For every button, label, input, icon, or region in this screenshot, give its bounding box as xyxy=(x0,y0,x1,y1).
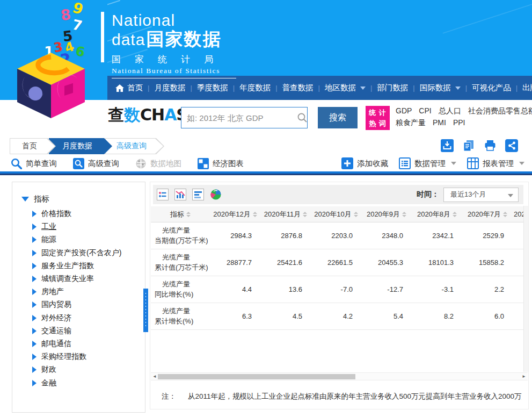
table-view-button[interactable] xyxy=(157,189,169,200)
value-cell: 4.4 xyxy=(210,276,260,303)
tree-item[interactable]: 国内贸易 xyxy=(12,298,145,311)
column-header[interactable]: 2020年10月 xyxy=(311,206,361,222)
indicator-cell: 光缆产量当期值(万芯千米) xyxy=(151,222,210,249)
plus-box-icon xyxy=(341,157,353,169)
toolbar-item-4[interactable]: 经济图表 xyxy=(198,158,244,169)
value-cell: 2984.3 xyxy=(210,222,260,249)
nav-item-8[interactable]: 国际数据 xyxy=(420,83,461,93)
tree-item[interactable]: 服务业生产指数 xyxy=(12,260,145,272)
tree-item[interactable]: 价格指数 xyxy=(12,207,145,220)
tree-item[interactable]: 财政 xyxy=(12,363,145,376)
column-header[interactable]: 2020年8月 xyxy=(412,206,462,222)
time-label: 时间： xyxy=(417,190,439,199)
hot-word-link[interactable]: CPI xyxy=(419,105,431,117)
scroll-left-icon[interactable]: ◄ xyxy=(152,373,157,380)
nav-item-7[interactable]: 部门数据 xyxy=(377,83,408,93)
breadcrumb: 首页月度数据高级查询 xyxy=(10,138,164,154)
logo-number: 9 xyxy=(71,0,85,18)
magnifier-icon xyxy=(11,158,22,169)
indicator-name-line2: 同比增长(%) xyxy=(155,290,193,299)
scroll-right-icon[interactable]: ► xyxy=(522,373,526,380)
chevron-down-icon xyxy=(455,87,461,90)
search-button[interactable]: 搜索 xyxy=(318,107,358,128)
share-button[interactable] xyxy=(505,139,518,152)
hot-word-link[interactable]: GDP xyxy=(396,105,412,117)
section-divider xyxy=(0,171,532,175)
nav-item-2[interactable]: 月度数据 xyxy=(154,83,185,93)
tree-item[interactable]: 工业 xyxy=(12,220,145,233)
column-header[interactable]: 2020年7月 xyxy=(462,206,513,222)
tab-label: 月度数据 xyxy=(49,138,112,154)
tree-item[interactable]: 房地产 xyxy=(12,285,145,298)
tree-item[interactable]: 采购经理指数 xyxy=(12,350,145,363)
tree-item[interactable]: 交通运输 xyxy=(12,325,145,337)
tree-item[interactable]: 邮电通信 xyxy=(12,337,145,350)
tree-item[interactable]: 城镇调查失业率 xyxy=(12,272,145,285)
hot-words: GDPCPI总人口社会消费品零售总额 粮食产量PMIPPI xyxy=(396,105,528,128)
vertical-scrollbar[interactable] xyxy=(523,206,528,372)
table-row: 光缆产量累计值(万芯千米)28877.725421.622661.520455.… xyxy=(151,249,524,276)
table-toolbar: 时间： 最近13个月 xyxy=(153,185,523,204)
chevron-right-icon xyxy=(32,341,37,347)
breadcrumb-tab-2[interactable]: 月度数据 xyxy=(49,138,112,154)
tree-item-label: 对外经济 xyxy=(41,313,71,323)
tree-item[interactable]: 对外经济 xyxy=(12,312,145,325)
brand-title-en2: data xyxy=(112,30,145,50)
hot-word-link[interactable]: 粮食产量 xyxy=(396,117,426,128)
hot-word-link[interactable]: PPI xyxy=(453,117,465,128)
hot-word-link[interactable]: 总人口 xyxy=(439,105,461,117)
nav-item-3[interactable]: 季度数据 xyxy=(197,83,228,93)
logo-number: 8 xyxy=(60,6,72,24)
toolbar-action-1[interactable]: 添加收藏 xyxy=(341,157,388,169)
hot-word-link[interactable]: PMI xyxy=(433,117,446,128)
value-cell-clipped xyxy=(513,249,524,276)
nav-item-10[interactable]: 出版物 xyxy=(522,83,532,93)
line-chart-view-button[interactable] xyxy=(174,189,186,200)
breadcrumb-row: 首页月度数据高级查询 xyxy=(0,137,532,155)
bar-chart-view-button[interactable] xyxy=(192,189,204,200)
toolbar-action-2[interactable]: 数据管理 xyxy=(399,157,456,169)
print-button[interactable] xyxy=(484,139,497,152)
tree-root-indicator[interactable]: 指标 xyxy=(12,182,145,207)
nav-item-5[interactable]: 普查数据 xyxy=(282,83,314,93)
nav-separator: | xyxy=(275,84,277,92)
chevron-right-icon xyxy=(32,224,37,230)
banner-streak xyxy=(443,0,532,34)
column-header[interactable]: 2020年9月 xyxy=(361,206,412,222)
column-header[interactable]: 2020年11月 xyxy=(260,206,311,222)
toolbar-action-3[interactable]: 报表管理 xyxy=(467,157,524,169)
chevron-right-icon xyxy=(32,276,37,282)
panel-splitter[interactable] xyxy=(143,289,148,332)
tab-label: 首页 xyxy=(10,138,56,154)
tree-item[interactable]: 能源 xyxy=(12,233,145,246)
breadcrumb-tab-1[interactable]: 首页 xyxy=(10,138,56,154)
value-cell: 2529.9 xyxy=(462,222,513,249)
nav-item-4[interactable]: 年度数据 xyxy=(239,83,271,93)
nav-item-6[interactable]: 地区数据 xyxy=(325,83,366,93)
toolbar-item-1[interactable]: 简单查询 xyxy=(11,158,57,169)
toolbar-item-label: 经济图表 xyxy=(213,159,244,169)
download-button[interactable] xyxy=(441,139,454,152)
toolbar-item-3[interactable]: 数据地图 xyxy=(135,158,181,169)
tree-item[interactable]: 固定资产投资(不含农户) xyxy=(12,247,145,260)
nav-item-9[interactable]: 可视化产品 xyxy=(472,83,511,93)
column-header[interactable]: 2020年12月 xyxy=(210,206,260,222)
copy-button[interactable] xyxy=(462,139,475,152)
value-cell-clipped xyxy=(513,303,524,329)
tree-item[interactable]: 金融 xyxy=(12,376,145,389)
nav-item-1[interactable]: 首页 xyxy=(115,83,143,93)
pie-chart-view-button[interactable] xyxy=(210,189,222,200)
indicator-cell: 光缆产量同比增长(%) xyxy=(151,276,210,303)
value-cell: 5.4 xyxy=(361,303,412,329)
column-header[interactable]: 202 xyxy=(513,206,524,222)
horizontal-scrollbar[interactable]: ◄ ► xyxy=(151,372,528,380)
site-logo[interactable]: 987534612 xyxy=(0,0,107,100)
toolbar-item-2[interactable]: 高级查询 xyxy=(73,158,119,169)
hot-word-link[interactable]: 社会消费品零售总额 xyxy=(468,105,532,117)
time-range-select[interactable]: 最近13个月 xyxy=(443,188,519,202)
breadcrumb-tab-3[interactable]: 高级查询 xyxy=(105,138,164,154)
scrollbar-thumb[interactable] xyxy=(158,374,355,379)
column-header[interactable]: 指标 xyxy=(151,206,210,222)
search-input[interactable] xyxy=(181,113,297,123)
brand-title-cn: 国家数据 xyxy=(146,29,221,49)
